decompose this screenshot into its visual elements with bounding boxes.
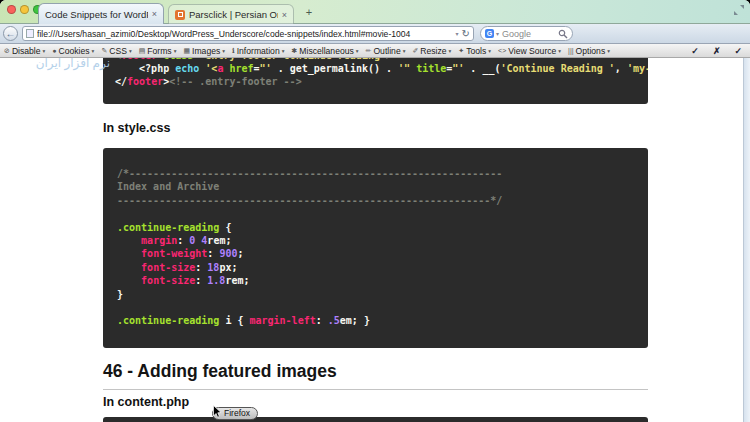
code-line: } (117, 288, 634, 301)
devtoolbar-item-label: View Source (508, 46, 556, 56)
tab-title: Parsclick | Persian Online ... (189, 9, 278, 20)
disable-icon: ⊘ (4, 47, 10, 55)
watermark-text: نرم افزار ایران (2, 58, 110, 70)
browser-window: Code Snippets for WordPress: ... × Parsc… (0, 0, 750, 422)
devtoolbar-item-label: CSS (109, 46, 127, 56)
code-block-php-footer: <footer class="entry-footer continue-rea… (103, 58, 648, 104)
images-icon: ▦ (183, 47, 190, 55)
css-icon: ✎ (101, 47, 107, 55)
url-bar[interactable]: file:///Users/hasan_azimi0/Desktop/WordP… (22, 26, 474, 41)
url-dropdown-icon[interactable]: ▾ (456, 30, 459, 37)
code-block-style-css: /*--------------------------------------… (103, 148, 648, 348)
devtoolbar-item-label: Images (192, 46, 220, 56)
devtoolbar-item-label: Resize (420, 46, 446, 56)
tab-code-snippets[interactable]: Code Snippets for WordPress: ... × (38, 3, 164, 24)
code-block-content-php (103, 417, 648, 422)
tab-parsclick[interactable]: Parsclick | Persian Online ... × (168, 4, 294, 24)
devtoolbar-item-miscellaneous[interactable]: ✱Miscellaneous▾ (291, 46, 358, 56)
code-line: .continue-reading i { margin-left: .5em;… (117, 314, 634, 327)
search-input[interactable]: Google (502, 29, 558, 39)
tab-bar: Code Snippets for WordPress: ... × Parsc… (0, 0, 750, 24)
web-developer-toolbar: ⊘Disable▾●Cookies▾✎CSS▾▤Forms▾▦Images▾ℹI… (0, 44, 750, 58)
devtoolbar-item-label: Disable (12, 46, 41, 56)
devtoolbar-item-disable[interactable]: ⊘Disable▾ (4, 46, 45, 56)
devtoolbar-item-label: Cookies (59, 46, 90, 56)
section-heading: 46 - Adding featured images (103, 361, 337, 382)
cancel-x-icon[interactable]: ✗ (713, 46, 721, 56)
devtoolbar-item-cookies[interactable]: ●Cookies▾ (52, 46, 94, 56)
devtoolbar-item-label: Options (576, 46, 606, 56)
apply-check-icon[interactable]: ✓ (734, 46, 742, 56)
search-icon[interactable] (558, 29, 568, 39)
code-line: </footer><!-- .entry-footer --> (115, 75, 636, 88)
back-button[interactable]: ← (3, 26, 18, 41)
code-line: font-size: 1.8rem; (117, 274, 634, 287)
devtoolbar-item-resize[interactable]: ✐Resize▾ (412, 46, 451, 56)
search-engine-icon[interactable]: G (485, 29, 494, 38)
devtoolbar-item-label: Outline (373, 46, 400, 56)
section-divider (103, 389, 648, 390)
devtoolbar-item-options[interactable]: |||Options▾ (568, 46, 610, 56)
search-engine-dropdown-icon[interactable]: ▾ (496, 30, 499, 37)
outline-icon: ✏ (366, 47, 372, 55)
chevron-down-icon: ▾ (488, 48, 491, 54)
url-text[interactable]: file:///Users/hasan_azimi0/Desktop/WordP… (37, 29, 453, 39)
chevron-down-icon: ▾ (129, 48, 132, 54)
information-icon: ℹ (232, 47, 235, 55)
devtoolbar-item-forms[interactable]: ▤Forms▾ (139, 46, 177, 56)
code-line: margin: 0 4rem; (117, 234, 634, 247)
parsclick-favicon-icon (175, 10, 185, 20)
code-line (117, 207, 634, 220)
fullscreen-icon[interactable] (733, 4, 745, 16)
page-icon (26, 29, 34, 38)
devtoolbar-item-css[interactable]: ✎CSS▾ (101, 46, 131, 56)
page-content: نرم افزار ایران <footer class="entry-foo… (0, 58, 750, 422)
devtoolbar-item-tools[interactable]: ✦Tools▾ (458, 46, 491, 56)
chevron-down-icon: ▾ (356, 48, 359, 54)
window-controls (7, 5, 42, 14)
new-tab-button[interactable]: + (300, 5, 318, 20)
chevron-down-icon: ▾ (92, 48, 95, 54)
chevron-down-icon: ▾ (607, 48, 610, 54)
devtoolbar-item-label: Forms (147, 46, 171, 56)
code-line: /*--------------------------------------… (117, 167, 634, 180)
devtoolbar-item-label: Miscellaneous (299, 46, 353, 56)
close-tab-icon[interactable]: × (282, 10, 287, 20)
reload-icon[interactable]: ↻ (462, 28, 470, 39)
chevron-down-icon: ▾ (282, 48, 285, 54)
chevron-down-icon: ▾ (222, 48, 225, 54)
web-developer-actions: ✓ ✗ ✓ (691, 44, 742, 58)
devtoolbar-item-label: Information (237, 46, 280, 56)
tab-title: Code Snippets for WordPress: ... (45, 9, 148, 20)
code-line: ----------------------------------------… (117, 194, 634, 207)
confirm-check-icon[interactable]: ✓ (691, 46, 699, 56)
devtoolbar-item-images[interactable]: ▦Images▾ (183, 46, 225, 56)
view-source-icon: <> (498, 47, 506, 54)
in-content-php-heading: In content.php (103, 395, 189, 409)
code-line: <?php echo '<a href="' . get_permalink()… (115, 62, 636, 75)
chevron-down-icon: ▾ (174, 48, 177, 54)
devtoolbar-item-outline[interactable]: ✏Outline▾ (366, 46, 406, 56)
vertical-scrollbar[interactable] (743, 58, 750, 422)
cookies-icon: ● (52, 47, 56, 54)
code-line (117, 301, 634, 314)
chevron-down-icon: ▾ (403, 48, 406, 54)
devtoolbar-item-label: Tools (466, 46, 486, 56)
code-line: font-size: 18px; (117, 261, 634, 274)
search-bar[interactable]: G ▾ Google (480, 26, 573, 41)
devtoolbar-item-information[interactable]: ℹInformation▾ (232, 46, 284, 56)
code-line: Index and Archive (117, 180, 634, 193)
resize-icon: ✐ (412, 47, 418, 55)
devtoolbar-item-view-source[interactable]: <>View Source▾ (498, 46, 561, 56)
miscellaneous-icon: ✱ (291, 47, 297, 55)
close-window-button[interactable] (7, 5, 16, 14)
code-line: .continue-reading { (117, 221, 634, 234)
web-developer-items: ⊘Disable▾●Cookies▾✎CSS▾▤Forms▾▦Images▾ℹI… (4, 46, 617, 56)
minimize-window-button[interactable] (20, 5, 29, 14)
options-icon: ||| (568, 47, 573, 54)
mouse-cursor-icon (213, 405, 222, 418)
navigation-toolbar: ← file:///Users/hasan_azimi0/Desktop/Wor… (0, 24, 750, 44)
close-tab-icon[interactable]: × (152, 9, 157, 19)
chevron-down-icon: ▾ (558, 48, 561, 54)
tools-icon: ✦ (458, 47, 464, 55)
